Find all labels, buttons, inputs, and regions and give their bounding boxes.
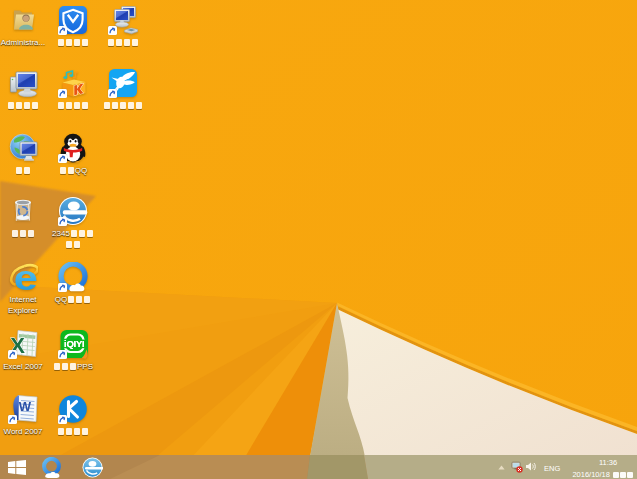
svg-text:iQIYI: iQIYI <box>64 338 84 349</box>
svg-text:W: W <box>19 399 32 414</box>
svg-text:e: e <box>14 262 38 292</box>
